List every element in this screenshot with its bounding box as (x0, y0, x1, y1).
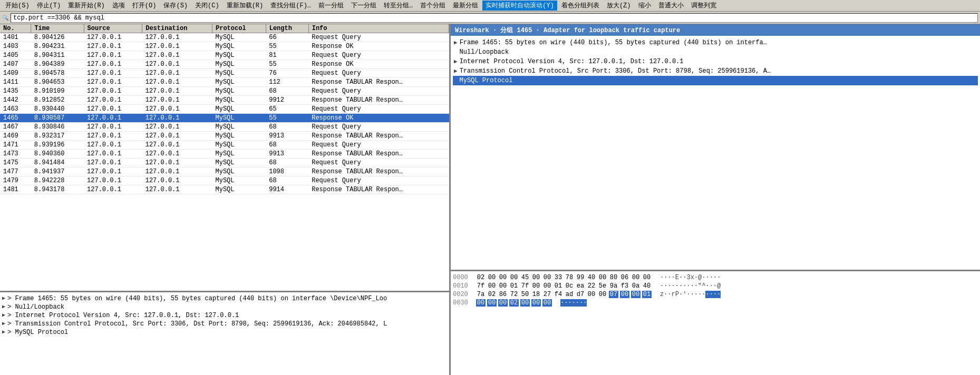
table-row[interactable]: 14078.904389127.0.0.1127.0.0.1MySQL55Res… (0, 60, 449, 69)
menu-item[interactable]: 查找分组(F)… (267, 1, 314, 11)
menu-item[interactable]: 下一分组 (348, 1, 380, 11)
table-row[interactable]: 14798.942228127.0.0.1127.0.0.1MySQL68Req… (0, 176, 449, 185)
table-row[interactable]: 14758.941484127.0.0.1127.0.0.1MySQL68Req… (0, 159, 449, 167)
proto-row[interactable]: ▶Transmission Control Protocol, Src Port… (453, 66, 978, 76)
table-row[interactable]: 14718.939196127.0.0.1127.0.0.1MySQL68Req… (0, 141, 449, 150)
detail-row[interactable]: ▶> Transmission Control Protocol, Src Po… (2, 320, 447, 328)
column-header: Source (84, 24, 142, 33)
proto-row[interactable]: ▶Internet Protocol Version 4, Src: 127.0… (453, 57, 978, 66)
table-cell: 8.930587 (31, 114, 84, 123)
table-row[interactable]: 14358.910109127.0.0.1127.0.0.1MySQL68Req… (0, 87, 449, 96)
hex-byte: f3 (620, 282, 629, 290)
menu-item[interactable]: 重新开始(R) (65, 1, 108, 11)
table-cell: 68 (266, 141, 308, 150)
table-cell: 127.0.0.1 (142, 78, 212, 87)
hex-byte: 9a (609, 282, 618, 290)
hex-byte: 01 (509, 282, 519, 290)
menu-item[interactable]: 缩小 (635, 1, 654, 11)
hex-ascii-char: · (675, 282, 679, 290)
table-row[interactable]: 14678.930846127.0.0.1127.0.0.1MySQL68Req… (0, 123, 449, 132)
detail-row[interactable]: ▶> Internet Protocol Version 4, Src: 127… (2, 311, 447, 320)
hex-byte: ad (565, 291, 574, 298)
menu-item[interactable]: 选项 (109, 1, 128, 11)
filter-input[interactable] (11, 13, 978, 23)
hex-byte: 02 (476, 274, 486, 281)
hex-byte: 7f (520, 282, 530, 290)
menu-item[interactable]: 首个分组 (417, 1, 449, 11)
hex-byte: 00 (487, 274, 497, 281)
expand-arrow: ▶ (2, 312, 5, 318)
table-row[interactable]: 14658.930587127.0.0.1127.0.0.1MySQL55Res… (0, 114, 449, 123)
menu-item[interactable]: 调整列宽 (688, 1, 720, 11)
table-cell: 76 (266, 69, 308, 78)
menu-item[interactable]: 停止(T) (34, 1, 64, 11)
right-panel: Wireshark · 分组 1465 · Adapter for loopba… (451, 24, 980, 375)
menu-item[interactable]: 着色分组列表 (558, 1, 603, 11)
hex-ascii-char: · (691, 282, 694, 290)
hex-byte: 00 (642, 274, 652, 281)
proto-row[interactable]: MySQL Protocol (453, 76, 978, 85)
table-cell: 68 (266, 176, 308, 185)
hex-ascii-char: · (705, 291, 709, 298)
hex-row: 00107f0000017f0000010cea225e9af30a40····… (453, 282, 978, 290)
table-cell: 1442 (0, 96, 31, 105)
proto-row[interactable]: Null/Loopback (453, 47, 978, 57)
menu-item[interactable]: 保存(S) (160, 1, 191, 11)
table-row[interactable]: 14738.940360127.0.0.1127.0.0.1MySQL9913R… (0, 150, 449, 159)
table-row[interactable]: 14058.904311127.0.0.1127.0.0.1MySQL81Req… (0, 51, 449, 60)
table-cell: 127.0.0.1 (84, 69, 142, 78)
table-cell: 68 (266, 123, 308, 132)
table-row[interactable]: 14098.904578127.0.0.1127.0.0.1MySQL76Req… (0, 69, 449, 78)
detail-row[interactable]: ▶> Frame 1465: 55 bytes on wire (440 bit… (2, 294, 447, 303)
table-cell: 8.912852 (31, 96, 84, 105)
menu-item[interactable]: 普通大小 (655, 1, 687, 11)
table-cell: Request Query (308, 141, 449, 150)
hex-ascii-char: x (691, 274, 694, 281)
detail-row[interactable]: ▶> Null/Loopback (2, 303, 447, 311)
table-row[interactable]: 14778.941937127.0.0.1127.0.0.1MySQL1098R… (0, 167, 449, 176)
table-row[interactable]: 14018.904126127.0.0.1127.0.0.1MySQL66Req… (0, 33, 449, 42)
hex-byte: 06 (620, 274, 629, 281)
table-cell: 1411 (0, 78, 31, 87)
table-row[interactable]: 14038.904231127.0.0.1127.0.0.1MySQL55Res… (0, 42, 449, 51)
menu-item[interactable]: 实时捕获时自动滚动(Y) (482, 1, 557, 11)
table-cell: 127.0.0.1 (142, 105, 212, 114)
expand-arrow: ▶ (2, 303, 5, 310)
table-cell: 127.0.0.1 (142, 123, 212, 132)
table-cell: 8.930846 (31, 123, 84, 132)
table-row[interactable]: 14428.912852127.0.0.1127.0.0.1MySQL9912R… (0, 96, 449, 105)
hex-byte: 86 (498, 291, 508, 298)
menu-item[interactable]: 前一分组 (315, 1, 347, 11)
table-cell: 127.0.0.1 (142, 141, 212, 150)
hex-offset: 0000 (453, 274, 472, 281)
table-row[interactable]: 14818.943178127.0.0.1127.0.0.1MySQL9914R… (0, 185, 449, 194)
table-row[interactable]: 14698.932317127.0.0.1127.0.0.1MySQL9913R… (0, 132, 449, 141)
hex-ascii-char: · (691, 291, 694, 298)
table-row[interactable]: 14638.930440127.0.0.1127.0.0.1MySQL65Req… (0, 105, 449, 114)
menu-item[interactable]: 打开(O) (129, 1, 160, 11)
detail-text: > Null/Loopback (7, 303, 64, 311)
detail-text: > Transmission Control Protocol, Src Por… (7, 320, 387, 328)
filter-icon: 🔍 (2, 15, 8, 21)
hex-byte: 33 (554, 274, 563, 281)
hex-byte: ea (576, 282, 585, 290)
table-cell: 112 (266, 78, 308, 87)
table-cell: 127.0.0.1 (84, 114, 142, 123)
table-cell: 127.0.0.1 (142, 69, 212, 78)
menu-item[interactable]: 最新分组 (450, 1, 481, 11)
hex-byte: 00 (509, 274, 519, 281)
menu-item[interactable]: 关闭(C) (192, 1, 222, 11)
table-cell: 68 (266, 159, 308, 167)
proto-row[interactable]: ▶Frame 1465: 55 bytes on wire (440 bits)… (453, 38, 978, 47)
menu-item[interactable]: 开始(S) (2, 1, 33, 11)
table-row[interactable]: 14118.904653127.0.0.1127.0.0.1MySQL112Re… (0, 78, 449, 87)
table-cell: Request Query (308, 123, 449, 132)
table-cell: 8.942228 (31, 176, 84, 185)
detail-row[interactable]: ▶> MySQL Protocol (2, 328, 447, 337)
menu-item[interactable]: 重新加载(R) (224, 1, 267, 11)
table-cell: 127.0.0.1 (84, 167, 142, 176)
hex-byte: 45 (520, 274, 530, 281)
hex-byte: 00 (587, 291, 596, 298)
menu-item[interactable]: 转至分组… (381, 1, 416, 11)
menu-item[interactable]: 放大(Z) (604, 1, 634, 11)
